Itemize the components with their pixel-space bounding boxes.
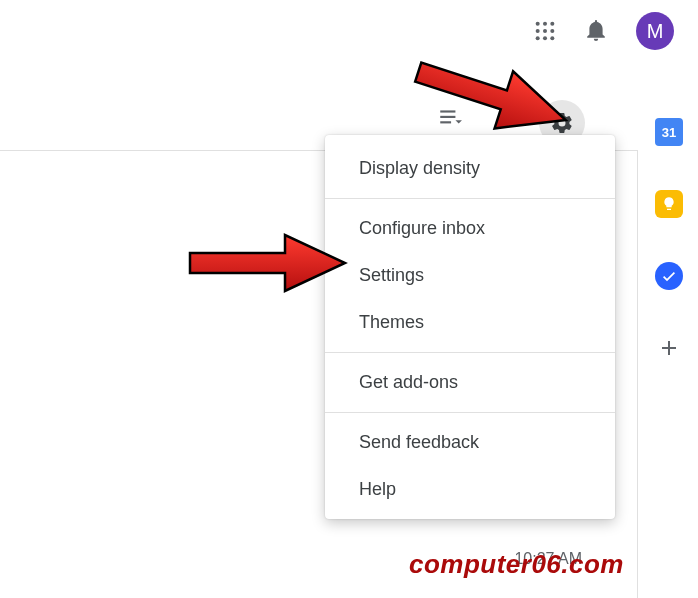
svg-point-7 bbox=[543, 36, 547, 40]
keep-icon[interactable] bbox=[655, 190, 683, 218]
svg-point-4 bbox=[543, 29, 547, 33]
menu-item-settings[interactable]: Settings bbox=[325, 252, 615, 299]
avatar[interactable]: M bbox=[636, 12, 674, 50]
menu-separator bbox=[325, 198, 615, 199]
menu-item-themes[interactable]: Themes bbox=[325, 299, 615, 346]
svg-point-2 bbox=[550, 22, 554, 26]
svg-point-6 bbox=[536, 36, 540, 40]
side-panel: 31 bbox=[645, 118, 693, 362]
calendar-icon[interactable]: 31 bbox=[655, 118, 683, 146]
side-divider bbox=[637, 150, 638, 598]
menu-item-feedback[interactable]: Send feedback bbox=[325, 419, 615, 466]
svg-point-1 bbox=[543, 22, 547, 26]
watermark: computer06.com bbox=[409, 549, 624, 580]
menu-item-addons[interactable]: Get add-ons bbox=[325, 359, 615, 406]
menu-item-configure-inbox[interactable]: Configure inbox bbox=[325, 205, 615, 252]
avatar-initial: M bbox=[647, 20, 664, 43]
svg-point-8 bbox=[550, 36, 554, 40]
menu-item-display-density[interactable]: Display density bbox=[325, 145, 615, 192]
tasks-icon[interactable] bbox=[655, 262, 683, 290]
apps-icon[interactable] bbox=[534, 20, 556, 42]
menu-separator bbox=[325, 352, 615, 353]
topbar: M bbox=[534, 12, 674, 50]
annotation-arrow bbox=[408, 55, 578, 145]
notifications-icon[interactable] bbox=[584, 19, 608, 43]
add-addon-icon[interactable] bbox=[655, 334, 683, 362]
menu-separator bbox=[325, 412, 615, 413]
annotation-arrow bbox=[185, 225, 355, 305]
settings-menu: Display density Configure inbox Settings… bbox=[325, 135, 615, 519]
menu-item-help[interactable]: Help bbox=[325, 466, 615, 513]
svg-point-0 bbox=[536, 22, 540, 26]
svg-point-3 bbox=[536, 29, 540, 33]
calendar-day: 31 bbox=[662, 125, 676, 140]
svg-point-5 bbox=[550, 29, 554, 33]
